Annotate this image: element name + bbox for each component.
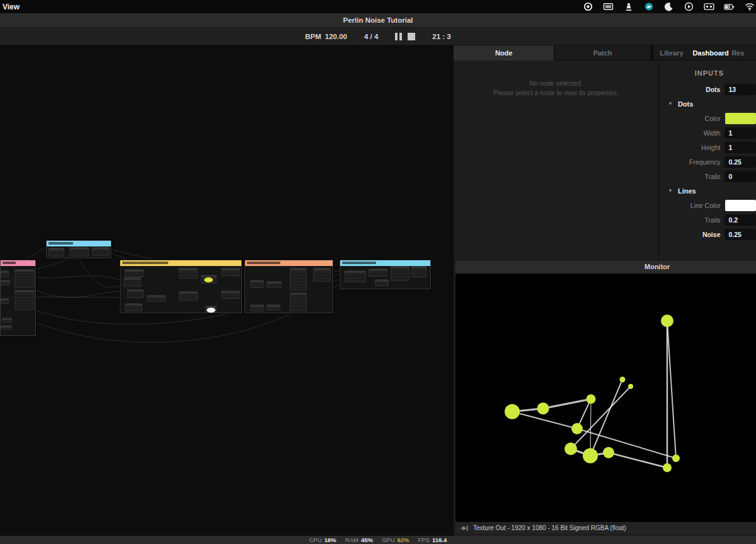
- battery-charging-icon[interactable]: [724, 1, 735, 12]
- mini-node[interactable]: [2, 318, 12, 323]
- value-field-dots[interactable]: 13: [724, 84, 756, 95]
- time-signature[interactable]: 4 / 4: [364, 33, 378, 40]
- mini-node[interactable]: [179, 268, 198, 279]
- group-header-dots[interactable]: ▼Dots: [659, 96, 756, 111]
- tab-library[interactable]: Library: [653, 45, 690, 61]
- mini-node[interactable]: [1, 325, 12, 330]
- pause-button[interactable]: [395, 33, 402, 40]
- mini-node[interactable]: [69, 247, 89, 257]
- document-title: Perlin Noise Tutorial: [343, 16, 413, 24]
- input-row-frequency: Frequency0.25: [659, 154, 756, 169]
- mini-node[interactable]: [369, 269, 387, 277]
- group-blue[interactable]: [46, 240, 112, 258]
- play-circle-icon[interactable]: [684, 1, 694, 12]
- mini-node[interactable]: [290, 292, 307, 311]
- status-bar: CPU16% RAM45% GPU62% FPS116.4: [0, 536, 756, 544]
- input-row-noise: Noise0.25: [659, 227, 756, 241]
- mini-node[interactable]: [1, 280, 10, 286]
- vlc-cone-icon[interactable]: [623, 1, 634, 12]
- value-field-width[interactable]: 1: [724, 127, 756, 139]
- mini-node[interactable]: [147, 295, 166, 302]
- mini-node[interactable]: [313, 268, 331, 282]
- select-node-hint-text: Please select a node to view its propert…: [454, 88, 658, 98]
- group-cyan[interactable]: [340, 260, 431, 289]
- mini-node[interactable]: [411, 266, 427, 277]
- collapse-triangle-icon[interactable]: ▼: [668, 101, 673, 107]
- value-field-height[interactable]: 1: [724, 142, 756, 153]
- mini-node[interactable]: [221, 291, 240, 299]
- input-label: Frequency: [659, 158, 720, 166]
- mini-node[interactable]: [290, 268, 307, 291]
- mini-node[interactable]: [1, 270, 9, 277]
- node-editor-canvas[interactable]: [0, 45, 454, 536]
- mini-node[interactable]: [266, 281, 282, 288]
- input-row-line-color: Line Color: [659, 198, 756, 212]
- input-label: Height: [659, 144, 720, 151]
- mini-node[interactable]: [125, 303, 142, 311]
- mini-node[interactable]: [123, 277, 141, 287]
- mini-node[interactable]: [92, 247, 110, 256]
- moon-icon[interactable]: [663, 1, 674, 12]
- perlin-noise-visualization: [455, 274, 756, 522]
- wifi-icon[interactable]: [744, 1, 755, 12]
- mini-node[interactable]: [127, 289, 144, 298]
- fps-label: FPS: [418, 536, 430, 543]
- input-row-width: Width1: [659, 125, 756, 140]
- tab-patch[interactable]: Patch: [554, 45, 651, 61]
- input-row-dots: Dots13: [659, 82, 756, 96]
- mini-node[interactable]: [345, 270, 366, 282]
- texture-out-icon[interactable]: [461, 525, 469, 531]
- record-icon[interactable]: [583, 1, 593, 12]
- mini-node[interactable]: [250, 280, 264, 288]
- monitor-viewport: [455, 274, 756, 522]
- mini-node[interactable]: [1, 298, 9, 304]
- tab-dashboard[interactable]: Dashboard: [690, 45, 731, 61]
- group-orange-header[interactable]: [245, 260, 333, 266]
- mini-node[interactable]: [266, 304, 280, 311]
- group-cyan-header[interactable]: [340, 260, 430, 266]
- keyboard-icon[interactable]: [704, 1, 714, 12]
- mini-node[interactable]: [49, 248, 64, 257]
- color-swatch-line-color[interactable]: [725, 200, 756, 211]
- group-header-lines[interactable]: ▼Lines: [659, 183, 756, 198]
- group-pink-header[interactable]: [1, 260, 35, 266]
- mini-node[interactable]: [179, 291, 198, 301]
- mini-node[interactable]: [125, 269, 144, 277]
- collapse-triangle-icon[interactable]: ▼: [668, 188, 673, 194]
- menu-view[interactable]: View: [0, 3, 26, 11]
- macos-menubar: View: [0, 0, 756, 13]
- ram-value: 45%: [361, 536, 373, 543]
- mini-node[interactable]: [14, 290, 35, 310]
- mini-node[interactable]: [14, 269, 35, 288]
- mini-node[interactable]: [375, 279, 389, 286]
- dashboard-inputs-panel: INPUTS Dots13▼DotsColorWidth1Height1Freq…: [659, 61, 756, 261]
- right-panel: Node Patch Library Dashboard Res No node…: [454, 45, 756, 536]
- bpm-value[interactable]: 120.00: [325, 33, 347, 40]
- node-color-swatch[interactable]: [207, 308, 215, 313]
- value-field-trails[interactable]: 0.2: [724, 214, 756, 226]
- group-orange[interactable]: [244, 260, 333, 313]
- gpu-value: 62%: [398, 536, 410, 543]
- input-row-trails: Trails0.2: [659, 212, 756, 227]
- group-blue-header[interactable]: [47, 241, 111, 246]
- swirl-icon[interactable]: [643, 1, 654, 12]
- fps-value: 116.4: [432, 536, 447, 543]
- value-field-trails[interactable]: 0: [724, 171, 756, 182]
- transport-bar: BPM 120.00 4 / 4 21 : 3: [0, 28, 756, 45]
- value-field-noise[interactable]: 0.25: [724, 229, 756, 240]
- group-yellow[interactable]: [120, 260, 242, 313]
- color-swatch-color[interactable]: [725, 113, 756, 124]
- mini-node[interactable]: [250, 304, 264, 311]
- display-icon[interactable]: [603, 1, 614, 12]
- group-yellow-header[interactable]: [120, 260, 241, 266]
- value-field-frequency[interactable]: 0.25: [724, 156, 756, 168]
- mini-node[interactable]: [391, 266, 410, 281]
- group-pink[interactable]: [0, 260, 36, 336]
- node-color-swatch[interactable]: [204, 277, 213, 282]
- stop-button[interactable]: [408, 33, 415, 40]
- mini-node[interactable]: [221, 268, 240, 276]
- monitor-title: Monitor: [644, 263, 670, 270]
- tab-node[interactable]: Node: [454, 45, 554, 61]
- input-label: Noise: [659, 231, 720, 238]
- tab-resources[interactable]: Res: [731, 45, 756, 61]
